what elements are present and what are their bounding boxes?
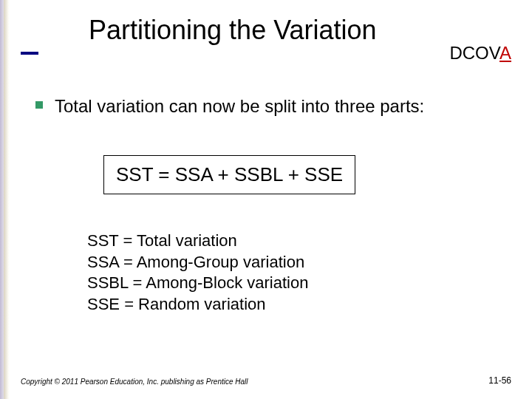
- definition-sst: SST = Total variation: [87, 231, 308, 252]
- dcova-label: DCOVA: [449, 43, 511, 64]
- title-underline-accent: [21, 52, 38, 55]
- definition-ssbl: SSBL = Among-Block variation: [87, 273, 308, 294]
- formula-box: SST = SSA + SSBL + SSE: [103, 155, 355, 194]
- copyright-text: Copyright © 2011 Pearson Education, Inc.…: [21, 378, 248, 386]
- title-row: Partitioning the Variation DCOVA: [0, 15, 532, 46]
- slide-number: 11-56: [488, 375, 511, 386]
- formula-text: SST = SSA + SSBL + SSE: [116, 163, 343, 186]
- dcova-a: A: [499, 43, 511, 63]
- definition-ssa: SSA = Among-Group variation: [87, 252, 308, 273]
- definitions-block: SST = Total variation SSA = Among-Group …: [87, 231, 308, 315]
- slide-title: Partitioning the Variation: [89, 15, 377, 46]
- bullet-text: Total variation can now be split into th…: [55, 95, 424, 117]
- bullet-row: Total variation can now be split into th…: [35, 95, 502, 117]
- bullet-icon: [35, 101, 43, 109]
- dcov-text: DCOV: [449, 43, 499, 63]
- slide: Partitioning the Variation DCOVA Total v…: [0, 0, 532, 399]
- left-shadow-yellow: [4, 0, 10, 399]
- definition-sse: SSE = Random variation: [87, 294, 308, 316]
